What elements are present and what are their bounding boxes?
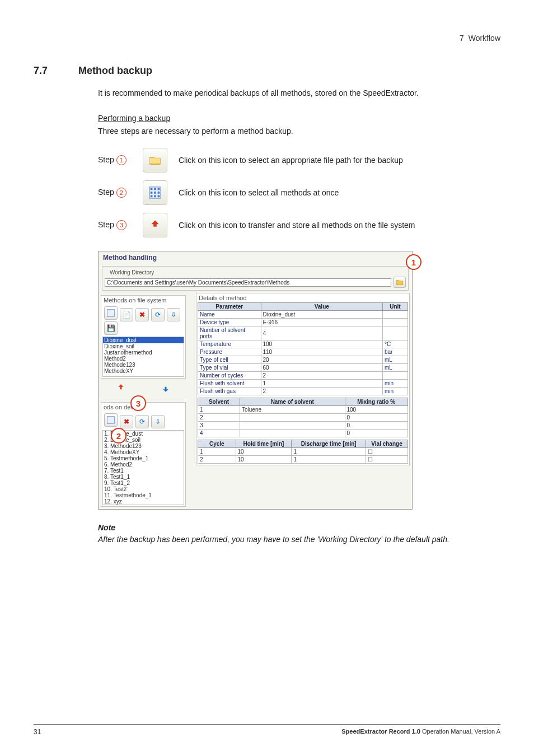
new-icon[interactable]: 📄 [120, 308, 133, 321]
callout-2-icon: 2 [111, 428, 127, 444]
solvent-table: Solvent Name of solvent Mixing ratio % 1… [198, 398, 408, 437]
parameter-table: Parameter Value Unit NameDioxine_dust De… [198, 302, 408, 395]
table-cell[interactable]: 1 [292, 448, 366, 456]
list-item[interactable]: MethodeXY [103, 368, 184, 374]
table-cell[interactable]: 100 [345, 406, 408, 414]
download-icon[interactable]: ⇩ [167, 308, 180, 321]
path-input[interactable]: C:\Documents and Settings\user\My Docume… [105, 278, 391, 287]
param-value[interactable]: 4 [261, 326, 383, 340]
save-icon[interactable]: 💾 [104, 321, 118, 335]
fs-legend: Methods on file system [104, 297, 184, 304]
list-item[interactable]: Justanothermethod [103, 349, 184, 356]
refresh-icon[interactable]: ⟳ [151, 308, 165, 321]
th-value: Value [261, 303, 383, 311]
vial-change-checkbox[interactable]: ☐ [366, 456, 408, 464]
param-unit[interactable]: min [383, 380, 408, 388]
param-value[interactable]: 20 [261, 356, 383, 364]
table-cell[interactable]: 10 [236, 456, 292, 464]
list-item[interactable]: 9. Test1_2 [103, 480, 184, 486]
list-item[interactable]: Dioxine_soil [103, 343, 184, 349]
list-item[interactable]: Method2 [103, 356, 184, 362]
param-value[interactable]: 2 [261, 372, 383, 380]
upload-icon [143, 213, 167, 237]
header-chapter: 7 [460, 34, 464, 43]
section-title: Method backup [78, 65, 152, 77]
download-icon[interactable]: ⇩ [151, 415, 165, 428]
transfer-down-icon[interactable] [158, 383, 174, 398]
step-2-row: Step 2 Click on this icon to select all … [98, 180, 489, 205]
list-item[interactable]: 8. Test1_1 [103, 474, 184, 480]
table-cell: 2 [198, 456, 236, 464]
table-cell[interactable]: Toluene [240, 406, 345, 414]
subtext: Three steps are necessary to perform a m… [98, 126, 489, 137]
fs-file-list[interactable]: Dioxine_dust Dioxine_soil Justanothermet… [102, 337, 184, 377]
table-cell[interactable]: 0 [345, 414, 408, 422]
param-unit[interactable]: mL [383, 356, 408, 364]
table-cell[interactable] [240, 422, 345, 430]
param-name: Name [198, 311, 261, 319]
param-name: Type of vial [198, 364, 261, 372]
table-cell[interactable] [240, 430, 345, 437]
subheading: Performing a backup [98, 114, 489, 123]
param-unit[interactable]: min [383, 388, 408, 395]
param-value[interactable]: E-916 [261, 319, 383, 326]
section-number: 7.7 [34, 65, 62, 77]
param-name: Pressure [198, 348, 261, 356]
param-unit[interactable]: bar [383, 348, 408, 356]
details-legend: Details of method [199, 295, 408, 301]
param-name: Temperature [198, 340, 261, 348]
list-item[interactable]: 11. Testmethode_1 [103, 492, 184, 498]
param-name: Flush with solvent [198, 380, 261, 388]
table-cell[interactable]: 10 [236, 448, 292, 456]
table-cell[interactable]: 0 [345, 422, 408, 430]
param-value[interactable]: 100 [261, 340, 383, 348]
table-cell[interactable] [240, 414, 345, 422]
svg-rect-2 [154, 188, 156, 190]
param-value[interactable]: Dioxine_dust [261, 311, 383, 319]
list-item[interactable]: Dioxine_dust [103, 337, 184, 343]
th-solvent: Solvent [198, 398, 240, 406]
list-item[interactable]: 12. xyz [103, 498, 184, 505]
param-unit[interactable] [383, 326, 408, 340]
refresh-icon[interactable]: ⟳ [135, 415, 149, 428]
table-cell: 2 [198, 414, 240, 422]
list-item[interactable]: 3. Methode123 [103, 443, 184, 449]
param-unit[interactable]: °C [383, 340, 408, 348]
header-chapter-title: Workflow [469, 34, 500, 43]
working-dir-legend: Working Directory [108, 269, 156, 276]
delete-icon[interactable]: ✖ [120, 415, 133, 428]
cycle-table: Cycle Hold time [min] Discharge time [mi… [198, 440, 408, 464]
param-unit[interactable]: mL [383, 364, 408, 372]
param-value[interactable]: 1 [261, 380, 383, 388]
svg-rect-5 [154, 192, 156, 194]
table-cell: 1 [198, 448, 236, 456]
intro-paragraph: It is recommended to make periodical bac… [98, 88, 489, 99]
folder-icon [143, 148, 167, 172]
select-all-icon[interactable] [104, 306, 118, 320]
param-value[interactable]: 2 [261, 388, 383, 395]
th-mixing: Mixing ratio % [345, 398, 408, 406]
svg-rect-1 [151, 188, 153, 190]
browse-folder-icon[interactable] [394, 277, 406, 288]
transfer-up-icon[interactable] [113, 383, 129, 398]
param-unit[interactable] [383, 319, 408, 326]
list-item[interactable]: Methode123 [103, 362, 184, 368]
page-footer: 31 SpeedExtractor Record 1.0 Operation M… [34, 724, 500, 736]
callout-3-icon: 3 [130, 395, 146, 411]
list-item[interactable]: 6. Method2 [103, 461, 184, 468]
list-item[interactable]: 7. Test1 [103, 468, 184, 474]
delete-icon[interactable]: ✖ [135, 308, 149, 321]
table-cell[interactable]: 1 [292, 456, 366, 464]
table-cell[interactable]: 0 [345, 430, 408, 437]
svg-rect-4 [151, 192, 153, 194]
list-item[interactable]: 5. Testmethode_1 [103, 455, 184, 461]
select-all-icon[interactable] [104, 413, 118, 427]
param-name: Flush with gas [198, 388, 261, 395]
list-item[interactable]: 4. MethodeXY [103, 449, 184, 455]
step-3-row: Step 3 Click on this icon to transfer an… [98, 213, 489, 237]
param-value[interactable]: 110 [261, 348, 383, 356]
vial-change-checkbox[interactable]: ☐ [366, 448, 408, 456]
param-value[interactable]: 60 [261, 364, 383, 372]
page-header: 7 Workflow [34, 34, 500, 43]
list-item[interactable]: 10. Test2 [103, 486, 184, 492]
